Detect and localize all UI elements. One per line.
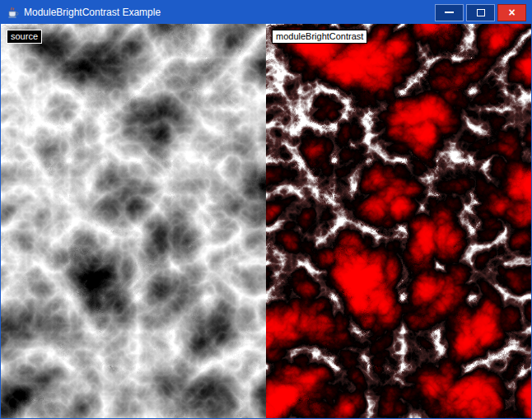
processed-image — [266, 24, 531, 418]
close-button[interactable]: × — [497, 4, 526, 21]
processed-image-panel: moduleBrightContrast — [266, 24, 531, 418]
window-controls: × — [435, 4, 526, 21]
minimize-button[interactable] — [435, 4, 464, 21]
source-image — [1, 24, 266, 418]
titlebar[interactable]: ModuleBrightContrast Example × — [1, 1, 531, 24]
java-coffee-icon — [6, 6, 19, 19]
window-title: ModuleBrightContrast Example — [24, 7, 435, 18]
processed-label: moduleBrightContrast — [272, 30, 367, 44]
maximize-button[interactable] — [466, 4, 495, 21]
source-image-panel: source — [1, 24, 266, 418]
close-x-icon: × — [508, 7, 515, 18]
source-label: source — [7, 30, 42, 44]
window-content: source — [1, 24, 531, 418]
app-window: ModuleBrightContrast Example × — [0, 0, 532, 419]
minimize-bar-icon — [445, 12, 454, 13]
maximize-box-icon — [477, 9, 485, 16]
